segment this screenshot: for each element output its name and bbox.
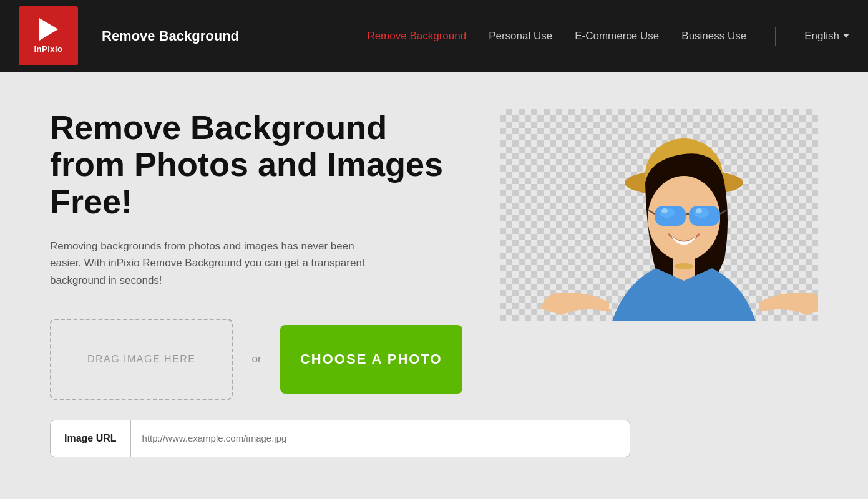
svg-point-13 <box>696 208 702 213</box>
url-input[interactable] <box>131 420 630 457</box>
nav-remove-bg[interactable]: Remove Background <box>367 30 466 42</box>
hero-description: Removing backgrounds from photos and ima… <box>50 238 374 289</box>
right-panel <box>500 109 818 321</box>
logo-text: inPixio <box>34 44 62 54</box>
or-text: or <box>251 353 261 366</box>
hero-title: Remove Background from Photos and Images… <box>50 109 462 220</box>
nav-links: Remove Background Personal Use E-Commerc… <box>367 27 849 46</box>
left-panel: Remove Background from Photos and Images… <box>50 109 462 457</box>
svg-point-11 <box>694 208 709 218</box>
navbar: inPixio Remove Background Remove Backgro… <box>0 0 868 72</box>
choose-photo-button[interactable]: CHOOSE A PHOTO <box>280 325 462 394</box>
url-label: Image URL <box>51 420 131 457</box>
logo[interactable]: inPixio <box>19 6 78 65</box>
svg-point-10 <box>660 208 675 218</box>
nav-business-use[interactable]: Business Use <box>681 30 746 42</box>
nav-personal-use[interactable]: Personal Use <box>489 30 552 42</box>
preview-image <box>500 109 818 321</box>
url-section: Image URL <box>50 420 630 457</box>
preview-svg <box>500 109 818 321</box>
svg-point-9 <box>675 263 693 269</box>
language-selector[interactable]: English <box>804 30 849 42</box>
logo-play-icon <box>39 18 58 41</box>
nav-divider <box>775 27 776 46</box>
chevron-down-icon <box>843 34 849 38</box>
nav-ecommerce-use[interactable]: E-Commerce Use <box>575 30 659 42</box>
language-label: English <box>804 30 839 42</box>
upload-section: DRAG IMAGE HERE or CHOOSE A PHOTO <box>50 319 462 400</box>
main-content: Remove Background from Photos and Images… <box>0 72 868 482</box>
drag-drop-zone[interactable]: DRAG IMAGE HERE <box>50 319 233 400</box>
brand-title: Remove Background <box>102 28 239 44</box>
svg-point-12 <box>661 208 668 213</box>
drag-drop-label: DRAG IMAGE HERE <box>87 354 196 365</box>
